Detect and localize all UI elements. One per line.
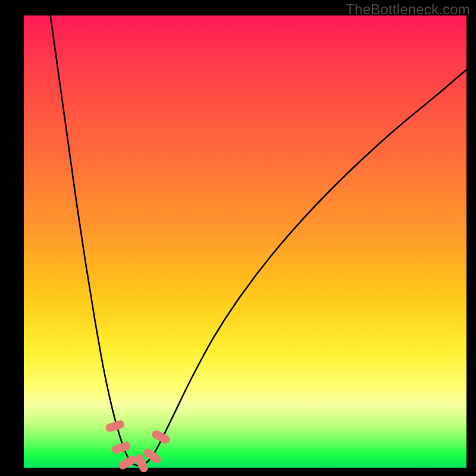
marker-group [105,419,171,474]
watermark-text: TheBottleneck.com [346,1,470,18]
chart-svg [24,15,466,468]
bottleneck-curve [51,15,466,465]
chart-frame: TheBottleneck.com [0,0,476,476]
marker-f [151,429,171,445]
